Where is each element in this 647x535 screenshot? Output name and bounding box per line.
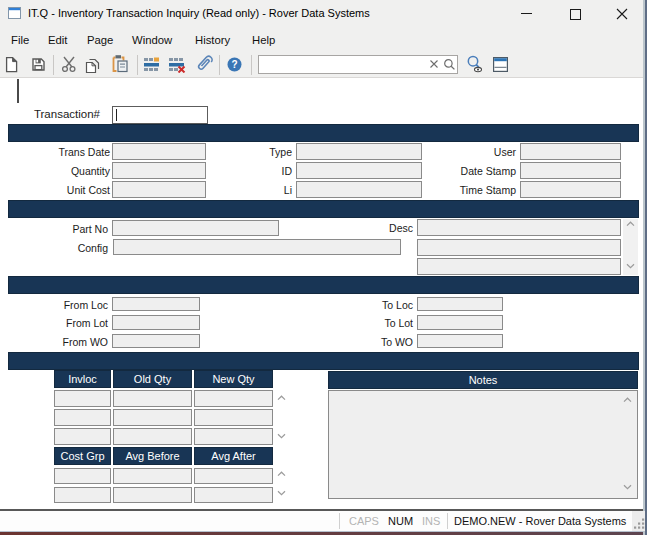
svg-text:?: ? — [231, 59, 237, 70]
